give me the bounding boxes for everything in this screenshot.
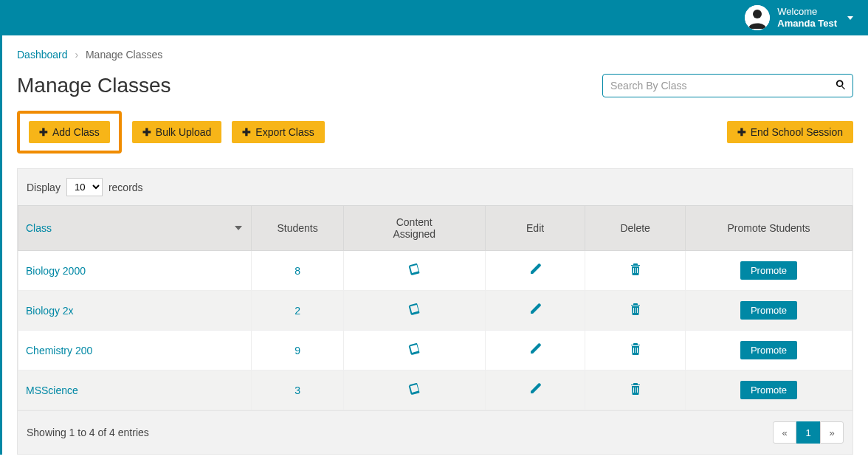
class-link[interactable]: Biology 2x [26, 305, 74, 317]
table-row: MSScience 3 Promote [18, 370, 852, 410]
class-link[interactable]: Chemistry 200 [26, 345, 92, 356]
topbar: Welcome Amanda Test [0, 0, 868, 35]
col-students[interactable]: Students [252, 206, 343, 251]
breadcrumb-separator: › [75, 49, 78, 61]
pagination-page-1[interactable]: 1 [796, 421, 820, 444]
add-class-highlight: ✚ Add Class [17, 111, 122, 154]
display-select[interactable]: 10 [66, 178, 103, 196]
book-icon[interactable] [408, 385, 420, 397]
col-delete[interactable]: Delete [585, 206, 686, 251]
search-wrap [602, 74, 853, 97]
promote-button[interactable]: Promote [740, 381, 797, 399]
classes-table: Class Students Content Assigned Edit Del… [18, 205, 852, 410]
display-label-pre: Display [27, 182, 61, 193]
students-count[interactable]: 9 [294, 345, 300, 356]
caret-down-icon [847, 16, 853, 20]
breadcrumb: Dashboard › Manage Classes [2, 35, 868, 68]
plus-icon: ✚ [39, 126, 48, 138]
search-input[interactable] [602, 74, 853, 97]
col-edit[interactable]: Edit [485, 206, 585, 251]
welcome-label: Welcome [777, 6, 837, 18]
table-footer-text: Showing 1 to 4 of 4 entries [27, 427, 149, 438]
username: Amanda Test [777, 18, 837, 30]
table-row: Chemistry 200 9 Promote [18, 331, 852, 370]
breadcrumb-current: Manage Classes [86, 49, 162, 61]
breadcrumb-dashboard[interactable]: Dashboard [17, 49, 68, 61]
students-count[interactable]: 3 [294, 385, 300, 396]
pagination-prev[interactable]: « [773, 421, 796, 444]
add-class-label: Add Class [52, 126, 100, 138]
user-menu[interactable]: Welcome Amanda Test [745, 5, 853, 30]
students-count[interactable]: 8 [294, 265, 300, 277]
book-icon[interactable] [408, 266, 420, 277]
class-link[interactable]: Biology 2000 [26, 265, 86, 277]
col-class[interactable]: Class [18, 206, 252, 251]
user-text: Welcome Amanda Test [777, 6, 837, 29]
bulk-upload-label: Bulk Upload [156, 126, 212, 138]
trash-icon[interactable] [630, 306, 641, 317]
book-icon[interactable] [408, 345, 420, 357]
pencil-icon[interactable] [529, 306, 541, 317]
trash-icon[interactable] [630, 385, 641, 397]
trash-icon[interactable] [630, 266, 641, 277]
bulk-upload-button[interactable]: ✚ Bulk Upload [132, 121, 222, 143]
pagination-next[interactable]: » [820, 421, 844, 444]
col-content-assigned[interactable]: Content Assigned [343, 206, 485, 251]
plus-icon: ✚ [242, 126, 251, 138]
plus-icon: ✚ [737, 126, 746, 138]
add-class-button[interactable]: ✚ Add Class [29, 121, 110, 143]
col-promote[interactable]: Promote Students [685, 206, 852, 251]
display-label-post: records [108, 182, 143, 193]
avatar [745, 5, 770, 30]
page-title: Manage Classes [17, 74, 171, 97]
promote-button[interactable]: Promote [740, 261, 797, 280]
pencil-icon[interactable] [529, 345, 541, 357]
export-class-button[interactable]: ✚ Export Class [232, 121, 324, 143]
sort-caret-icon [235, 226, 242, 230]
pagination: « 1 » [773, 421, 844, 444]
table-row: Biology 2x 2 Promote [18, 291, 852, 331]
promote-button[interactable]: Promote [740, 341, 797, 359]
table-panel: Display 10 records Class Students Conten… [17, 168, 853, 455]
table-row: Biology 2000 8 Promote [18, 251, 852, 291]
export-class-label: Export Class [255, 126, 314, 138]
plus-icon: ✚ [142, 126, 151, 138]
trash-icon[interactable] [630, 345, 641, 357]
book-icon[interactable] [408, 306, 420, 317]
svg-point-1 [753, 10, 762, 18]
students-count[interactable]: 2 [294, 305, 300, 317]
pencil-icon[interactable] [529, 385, 541, 397]
class-link[interactable]: MSScience [26, 385, 78, 396]
promote-button[interactable]: Promote [740, 301, 797, 320]
end-session-button[interactable]: ✚ End School Session [727, 121, 853, 143]
pencil-icon[interactable] [529, 266, 541, 277]
end-session-label: End School Session [751, 126, 843, 138]
